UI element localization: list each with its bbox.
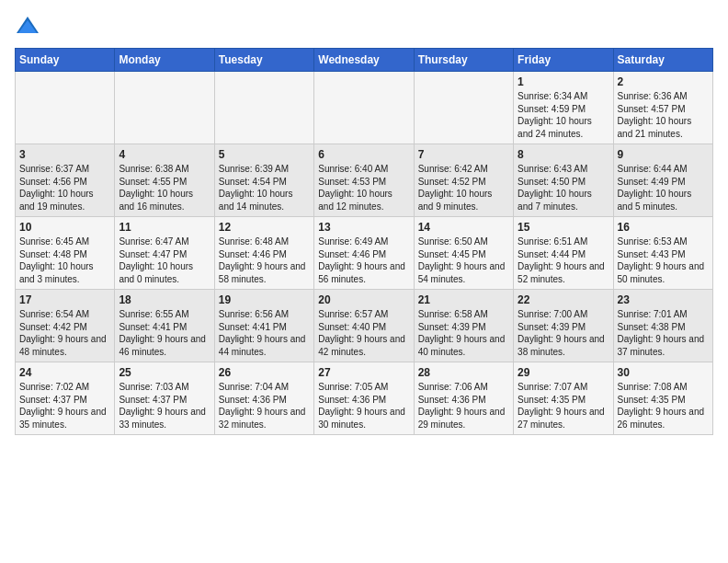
day-info: Sunrise: 6:57 AM Sunset: 4:40 PM Dayligh… (318, 308, 409, 358)
day-number: 1 (518, 75, 609, 88)
day-number: 23 (618, 293, 709, 306)
day-cell: 28Sunrise: 7:06 AM Sunset: 4:36 PM Dayli… (414, 362, 513, 435)
day-cell: 7Sunrise: 6:42 AM Sunset: 4:52 PM Daylig… (414, 144, 513, 217)
day-info: Sunrise: 6:51 AM Sunset: 4:44 PM Dayligh… (518, 236, 609, 285)
day-number: 28 (418, 366, 509, 379)
day-cell: 29Sunrise: 7:07 AM Sunset: 4:35 PM Dayli… (514, 362, 613, 435)
day-number: 10 (19, 221, 110, 234)
day-number: 25 (119, 366, 210, 379)
header-wednesday: Wednesday (314, 49, 414, 72)
header-thursday: Thursday (414, 49, 513, 72)
day-cell: 22Sunrise: 7:00 AM Sunset: 4:39 PM Dayli… (514, 290, 613, 362)
day-number: 11 (119, 221, 210, 234)
day-number: 18 (119, 293, 210, 306)
day-cell: 23Sunrise: 7:01 AM Sunset: 4:38 PM Dayli… (613, 290, 712, 362)
day-number: 21 (418, 293, 509, 306)
day-info: Sunrise: 6:36 AM Sunset: 4:57 PM Dayligh… (618, 90, 709, 140)
week-row-3: 10Sunrise: 6:45 AM Sunset: 4:48 PM Dayli… (16, 217, 713, 290)
day-number: 30 (618, 366, 709, 379)
week-row-5: 24Sunrise: 7:02 AM Sunset: 4:37 PM Dayli… (16, 362, 713, 435)
day-info: Sunrise: 6:58 AM Sunset: 4:39 PM Dayligh… (418, 308, 509, 358)
day-info: Sunrise: 6:45 AM Sunset: 4:48 PM Dayligh… (19, 236, 110, 285)
day-cell: 25Sunrise: 7:03 AM Sunset: 4:37 PM Dayli… (115, 362, 214, 435)
header-monday: Monday (115, 49, 214, 72)
day-number: 27 (318, 366, 409, 379)
day-info: Sunrise: 7:08 AM Sunset: 4:35 PM Dayligh… (618, 381, 709, 431)
day-number: 9 (618, 148, 709, 161)
header-friday: Friday (514, 49, 613, 72)
day-info: Sunrise: 6:42 AM Sunset: 4:52 PM Dayligh… (418, 163, 509, 213)
day-cell: 27Sunrise: 7:05 AM Sunset: 4:36 PM Dayli… (314, 362, 414, 435)
day-info: Sunrise: 7:04 AM Sunset: 4:36 PM Dayligh… (219, 381, 310, 431)
day-info: Sunrise: 6:50 AM Sunset: 4:45 PM Dayligh… (418, 236, 509, 285)
header-sunday: Sunday (16, 49, 115, 72)
page-header (15, 15, 713, 40)
day-info: Sunrise: 6:55 AM Sunset: 4:41 PM Dayligh… (119, 308, 210, 358)
day-info: Sunrise: 6:38 AM Sunset: 4:55 PM Dayligh… (119, 163, 210, 213)
day-number: 22 (518, 293, 609, 306)
day-number: 7 (418, 148, 509, 161)
logo (15, 15, 44, 40)
day-cell: 20Sunrise: 6:57 AM Sunset: 4:40 PM Dayli… (314, 290, 414, 362)
day-number: 2 (618, 75, 709, 88)
week-row-4: 17Sunrise: 6:54 AM Sunset: 4:42 PM Dayli… (16, 290, 713, 362)
day-cell: 11Sunrise: 6:47 AM Sunset: 4:47 PM Dayli… (115, 217, 214, 290)
day-cell: 19Sunrise: 6:56 AM Sunset: 4:41 PM Dayli… (214, 290, 313, 362)
day-number: 5 (219, 148, 310, 161)
day-info: Sunrise: 6:47 AM Sunset: 4:47 PM Dayligh… (119, 236, 210, 285)
day-cell: 12Sunrise: 6:48 AM Sunset: 4:46 PM Dayli… (214, 217, 313, 290)
day-cell: 5Sunrise: 6:39 AM Sunset: 4:54 PM Daylig… (214, 144, 313, 217)
day-cell: 17Sunrise: 6:54 AM Sunset: 4:42 PM Dayli… (16, 290, 115, 362)
day-number: 29 (518, 366, 609, 379)
day-cell: 30Sunrise: 7:08 AM Sunset: 4:35 PM Dayli… (613, 362, 712, 435)
day-cell: 1Sunrise: 6:34 AM Sunset: 4:59 PM Daylig… (514, 72, 613, 144)
day-info: Sunrise: 6:44 AM Sunset: 4:49 PM Dayligh… (618, 163, 709, 213)
day-info: Sunrise: 6:34 AM Sunset: 4:59 PM Dayligh… (518, 90, 609, 140)
day-info: Sunrise: 6:56 AM Sunset: 4:41 PM Dayligh… (219, 308, 310, 358)
day-cell: 4Sunrise: 6:38 AM Sunset: 4:55 PM Daylig… (115, 144, 214, 217)
day-cell: 18Sunrise: 6:55 AM Sunset: 4:41 PM Dayli… (115, 290, 214, 362)
header-saturday: Saturday (613, 49, 712, 72)
day-info: Sunrise: 6:40 AM Sunset: 4:53 PM Dayligh… (318, 163, 409, 213)
day-number: 6 (318, 148, 409, 161)
day-cell: 9Sunrise: 6:44 AM Sunset: 4:49 PM Daylig… (613, 144, 712, 217)
day-number: 20 (318, 293, 409, 306)
day-info: Sunrise: 6:53 AM Sunset: 4:43 PM Dayligh… (618, 236, 709, 285)
day-cell: 2Sunrise: 6:36 AM Sunset: 4:57 PM Daylig… (613, 72, 712, 144)
day-number: 16 (618, 221, 709, 234)
day-cell (16, 72, 115, 144)
day-info: Sunrise: 7:02 AM Sunset: 4:37 PM Dayligh… (19, 381, 110, 431)
day-cell (314, 72, 414, 144)
header-tuesday: Tuesday (214, 49, 313, 72)
day-info: Sunrise: 6:43 AM Sunset: 4:50 PM Dayligh… (518, 163, 609, 213)
day-info: Sunrise: 7:05 AM Sunset: 4:36 PM Dayligh… (318, 381, 409, 431)
day-info: Sunrise: 6:39 AM Sunset: 4:54 PM Dayligh… (219, 163, 310, 213)
day-number: 26 (219, 366, 310, 379)
day-number: 15 (518, 221, 609, 234)
day-number: 3 (19, 148, 110, 161)
day-cell: 24Sunrise: 7:02 AM Sunset: 4:37 PM Dayli… (16, 362, 115, 435)
day-cell: 14Sunrise: 6:50 AM Sunset: 4:45 PM Dayli… (414, 217, 513, 290)
day-cell: 6Sunrise: 6:40 AM Sunset: 4:53 PM Daylig… (314, 144, 414, 217)
day-number: 4 (119, 148, 210, 161)
day-info: Sunrise: 6:48 AM Sunset: 4:46 PM Dayligh… (219, 236, 310, 285)
day-cell: 21Sunrise: 6:58 AM Sunset: 4:39 PM Dayli… (414, 290, 513, 362)
day-number: 12 (219, 221, 310, 234)
day-info: Sunrise: 7:00 AM Sunset: 4:39 PM Dayligh… (518, 308, 609, 358)
day-number: 19 (219, 293, 310, 306)
day-number: 8 (518, 148, 609, 161)
day-cell: 10Sunrise: 6:45 AM Sunset: 4:48 PM Dayli… (16, 217, 115, 290)
day-cell (214, 72, 313, 144)
day-cell: 15Sunrise: 6:51 AM Sunset: 4:44 PM Dayli… (514, 217, 613, 290)
day-cell: 8Sunrise: 6:43 AM Sunset: 4:50 PM Daylig… (514, 144, 613, 217)
day-cell: 3Sunrise: 6:37 AM Sunset: 4:56 PM Daylig… (16, 144, 115, 217)
day-info: Sunrise: 7:07 AM Sunset: 4:35 PM Dayligh… (518, 381, 609, 431)
day-info: Sunrise: 7:03 AM Sunset: 4:37 PM Dayligh… (119, 381, 210, 431)
day-cell: 13Sunrise: 6:49 AM Sunset: 4:46 PM Dayli… (314, 217, 414, 290)
calendar-table: SundayMondayTuesdayWednesdayThursdayFrid… (15, 48, 713, 435)
day-info: Sunrise: 7:01 AM Sunset: 4:38 PM Dayligh… (618, 308, 709, 358)
day-info: Sunrise: 7:06 AM Sunset: 4:36 PM Dayligh… (418, 381, 509, 431)
day-info: Sunrise: 6:54 AM Sunset: 4:42 PM Dayligh… (19, 308, 110, 358)
day-number: 13 (318, 221, 409, 234)
day-cell: 26Sunrise: 7:04 AM Sunset: 4:36 PM Dayli… (214, 362, 313, 435)
